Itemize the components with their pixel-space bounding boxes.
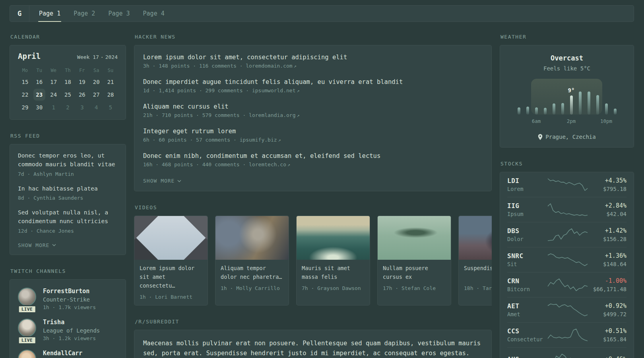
external-link-icon[interactable]: ↗ [297, 88, 300, 93]
calendar-day: 28 [105, 89, 116, 101]
weather-bar [518, 107, 520, 115]
weather-time-label: 10pm [600, 118, 612, 124]
external-link-icon[interactable]: ↗ [278, 137, 281, 143]
calendar-day: 15 [19, 76, 31, 88]
twitch-card: LIVE ForrestBurton Counter-Strike 1h · 1… [10, 279, 126, 358]
stock-symbol: CRN [507, 277, 547, 285]
show-more-label: SHOW MORE [18, 242, 49, 248]
hn-list: Lorem ipsum dolor sit amet, consectetur … [143, 54, 483, 167]
videos-carousel[interactable]: Lorem ipsum dolor sit amet consectetu… 1… [134, 216, 492, 305]
calendar-card: April Week 17·2024 MoTuWeThFrSaSu 151617… [10, 45, 126, 120]
calendar-week-year: Week 17·2024 [77, 54, 118, 60]
stock-row[interactable]: CRN Bitcorn -1.00% $66,171.48 [507, 272, 627, 297]
nav-tab[interactable]: Page 4 [142, 6, 165, 21]
external-link-icon[interactable]: ↗ [287, 162, 290, 167]
calendar-day: 30 [33, 101, 45, 113]
weather-bar [553, 103, 555, 115]
stock-row[interactable]: AHS +0.46% [507, 347, 627, 358]
avatar-wrap: LIVE [18, 288, 36, 310]
stock-identity: IIG Ipsum [507, 202, 547, 217]
rss-item-title[interactable]: Sed volutpat nulla nisl, a condimentum n… [18, 208, 118, 226]
weather-bar-column: 6am [535, 107, 538, 115]
hn-meta-text: 6h · 60 points · 57 comments · ipsumify.… [143, 137, 277, 143]
calendar-day: 4 [90, 101, 102, 113]
weather-temp-label: 9° [568, 87, 575, 93]
stock-price: $156.28 [588, 236, 627, 242]
video-card[interactable]: Suspendisse diam 18h · Tara [458, 216, 492, 305]
hn-item-title[interactable]: Donec imperdiet augue tincidunt felis al… [143, 78, 483, 86]
video-title[interactable]: Suspendisse diam [464, 264, 492, 282]
rss-item-title[interactable]: In hac habitasse platea [18, 185, 118, 193]
weather-bar-column [596, 95, 599, 115]
rss-item-title[interactable]: Donec tempor eros leo, ut commodo mauris… [18, 152, 118, 169]
hn-item-meta: 3h · 148 points · 116 comments · loremdo… [143, 63, 483, 69]
top-nav: G Page 1 Page 2 Page 3 Page 4 [10, 5, 634, 22]
stock-row[interactable]: IIG Ipsum +2.84% $42.04 [507, 197, 627, 222]
channel-name[interactable]: ForrestBurton [43, 288, 96, 295]
video-title[interactable]: Nullam posuere cursus ex [383, 264, 446, 282]
weather-bar-column [526, 107, 529, 115]
video-thumbnail [297, 216, 370, 260]
external-link-icon[interactable]: ↗ [297, 113, 300, 118]
stock-row[interactable]: AET Amet +0.92% $499.72 [507, 297, 627, 322]
avatar [18, 288, 36, 306]
channel-info: KendallCarr [43, 350, 82, 358]
nav-tab[interactable]: Page 3 [107, 6, 130, 21]
channel-game: League of Legends [43, 327, 100, 334]
video-title[interactable]: Mauris sit amet massa felis [302, 264, 365, 282]
external-link-icon[interactable]: ↗ [294, 63, 297, 69]
video-card[interactable]: Nullam posuere cursus ex 17h · Stefan Co… [377, 216, 451, 305]
stocks-section: STOCKS LDI Lorem +4.35% $795.18 [500, 161, 634, 358]
hn-item-title[interactable]: Aliquam nec cursus elit [143, 103, 483, 110]
videos-section-title: VIDEOS [135, 204, 492, 210]
twitch-section-title: TWITCH CHANNELS [10, 268, 126, 274]
calendar-day: 24 [48, 89, 60, 101]
rss-item[interactable]: Donec tempor eros leo, ut commodo mauris… [18, 152, 118, 177]
stock-name: Amet [507, 311, 547, 317]
video-title[interactable]: Lorem ipsum dolor sit amet consectetu… [140, 264, 202, 290]
weather-bars: 6am [518, 89, 617, 115]
rss-item[interactable]: Sed volutpat nulla nisl, a condimentum n… [18, 208, 118, 234]
video-card[interactable]: Lorem ipsum dolor sit amet consectetu… 1… [134, 216, 208, 305]
stock-values: +4.35% $795.18 [588, 177, 627, 192]
location-pin-icon [538, 134, 543, 140]
stock-row[interactable]: SNRC Sit +1.36% $148.64 [507, 247, 627, 272]
app-logo[interactable]: G [10, 6, 29, 21]
weather-bar-column [553, 103, 555, 115]
channel-name[interactable]: Trisha [43, 319, 100, 326]
right-column: WEATHER Overcast Feels like 5°C [500, 34, 634, 358]
nav-tab[interactable]: Page 1 [38, 6, 61, 21]
stock-identity: SNRC Sit [507, 252, 547, 267]
hn-item-title[interactable]: Donec enim nibh, condimentum et accumsan… [143, 152, 483, 160]
weather-feels-like: Feels like 5°C [508, 65, 626, 72]
calendar-section-title: CALENDAR [10, 34, 126, 40]
stock-row[interactable]: DBS Dolor +1.42% $156.28 [507, 222, 627, 247]
twitch-channel[interactable]: LIVE ForrestBurton Counter-Strike 1h · 1… [18, 288, 118, 310]
channel-info: ForrestBurton Counter-Strike 1h · 1.7k v… [43, 288, 96, 310]
hn-item-title[interactable]: Lorem ipsum dolor sit amet, consectetur … [143, 54, 483, 61]
channel-name[interactable]: KendallCarr [43, 350, 82, 357]
hn-show-more-button[interactable]: SHOW MORE [143, 177, 181, 185]
twitch-channel[interactable]: LIVE Trisha League of Legends 3h · 1.2k … [18, 319, 118, 341]
video-thumbnail [134, 216, 208, 260]
video-card[interactable]: Aliquam tempor dolor nec pharetra… 1h · … [215, 216, 289, 305]
video-card-body: Suspendisse diam 18h · Tara [459, 260, 492, 296]
hn-item-meta: 16h · 468 points · 440 comments · loremt… [143, 161, 483, 167]
calendar-weekday: Su [103, 65, 118, 76]
stock-row[interactable]: CCS Consectetur +0.51% $165.84 [507, 322, 627, 347]
subreddit-post-title[interactable]: Maecenas mollis pulvinar erat non posuer… [143, 339, 483, 358]
rss-show-more-button[interactable]: SHOW MORE [18, 241, 56, 249]
calendar-days-grid: 1516171819202122232425262728293012345 [18, 76, 118, 114]
rss-item[interactable]: In hac habitasse platea 8d · Cynthia Sau… [18, 185, 118, 201]
subreddit-card: Maecenas mollis pulvinar erat non posuer… [134, 330, 492, 358]
dashboard-grid: CALENDAR April Week 17·2024 MoTuWeThFrSa… [10, 34, 634, 358]
video-card[interactable]: Mauris sit amet massa felis 7h · Grayson… [296, 216, 370, 305]
weather-bar [596, 95, 599, 115]
hn-meta-text: 21h · 710 points · 579 comments · loreml… [143, 112, 296, 118]
hn-item-title[interactable]: Integer eget rutrum lorem [143, 128, 483, 135]
video-title[interactable]: Aliquam tempor dolor nec pharetra… [221, 264, 283, 282]
twitch-channel[interactable]: LIVE KendallCarr [18, 350, 118, 358]
hacker-news-section: HACKER NEWS Lorem ipsum dolor sit amet, … [134, 34, 492, 191]
nav-tab[interactable]: Page 2 [73, 6, 96, 21]
stock-row[interactable]: LDI Lorem +4.35% $795.18 [507, 172, 627, 197]
